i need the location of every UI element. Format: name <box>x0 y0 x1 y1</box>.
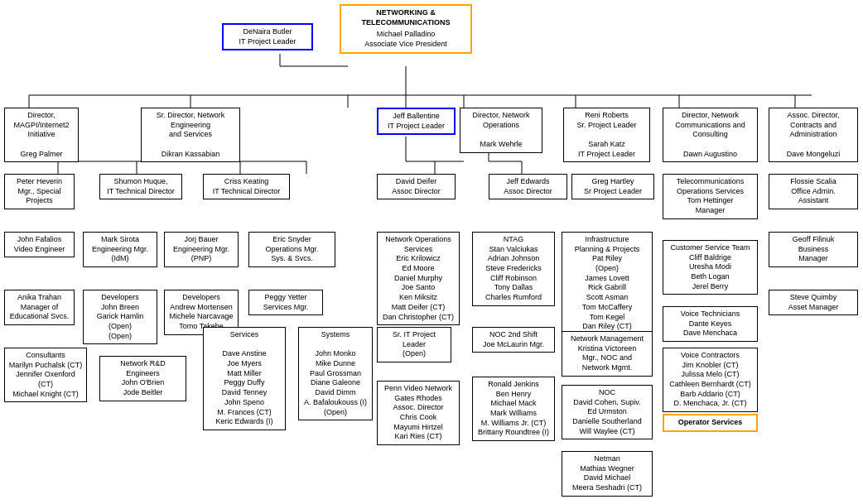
geoff-filinuk-box: Geoff Filinuk Business Manager <box>769 232 858 267</box>
denaira-box: DeNaira Butler IT Project Leader <box>222 23 313 50</box>
anika-trahan-box: Anika Trahan Manager of Educational Svcs… <box>4 290 75 325</box>
jeff-ballentine-box: Jeff Ballentine IT Project Leader <box>377 108 456 135</box>
peggy-yetter-box: Peggy Yetter Services Mgr. <box>248 290 323 315</box>
jorj-bauer-box: Jorj Bauer Engineering Mgr. (PNP) <box>164 232 239 267</box>
services-box: Services Dave Anstine Joe Myers Matt Mil… <box>203 327 286 430</box>
network-ops-services-box: Network Operations Services Eric Krilowi… <box>377 232 460 325</box>
jeff-edwards-box: Jeff Edwards Assoc Director <box>489 174 567 199</box>
network-management-box: Network Management Kristina Victoreen Mg… <box>562 331 653 377</box>
shumon-huque-box: Shumon Huque, IT Technical Director <box>99 174 182 199</box>
customer-service-team-box: Customer Service Team Cliff Baldrige Ure… <box>663 240 758 295</box>
penn-video-box: Penn Video Network Gates Rhodes Assoc. D… <box>377 381 460 445</box>
reni-roberts-box: Reni Roberts Sr. Project Leader Sarah Ka… <box>563 108 650 162</box>
telecomm-ops-box: Telecommunications Operations Services T… <box>663 174 758 219</box>
john-fafalios-box: John Fafalios Video Engineer <box>4 232 75 257</box>
netman-box: Netman Mathias Wegner David Michael Meer… <box>562 451 653 497</box>
ntag-box: NTAG Stan Valciukas Adrian Johnson Steve… <box>472 232 555 306</box>
sr-it-project-leader-box: Sr. IT Project Leader (Open) <box>377 327 451 362</box>
root-box: NETWORKING & TELECOMMUNICATIONS Michael … <box>340 4 472 54</box>
infrastructure-box: Infrastructure Planning & Projects Pat R… <box>562 232 653 335</box>
noc-2nd-shift-box: NOC 2nd Shift Joe McLaurin Mgr. <box>472 327 555 353</box>
steve-quimby-box: Steve Quimby Asset Manager <box>769 290 858 315</box>
consultants-box: Consultants Marilyn Puchalsk (CT) Jennif… <box>4 348 87 402</box>
director-magpi-box: Director, MAGPI/Internet2 Initiative Gre… <box>4 108 79 162</box>
ronald-jenkins-box: Ronald Jenkins Ben Henry Michael Mack Ma… <box>472 377 555 441</box>
director-network-comm-box: Director, Network Communications and Con… <box>663 108 758 162</box>
operator-services-box: Operator Services <box>663 414 758 432</box>
mark-sirota-box: Mark Sirota Engineering Mgr. (IdM) <box>83 232 157 267</box>
voice-technicians-box: Voice Technicians Dante Keyes Dave Mench… <box>663 306 758 342</box>
sr-director-network-box: Sr. Director, Network Engineering and Se… <box>141 108 240 162</box>
org-chart: NETWORKING & TELECOMMUNICATIONS Michael … <box>0 0 863 17</box>
noc-box: NOC David Cohen, Supiv. Ed Urmston Danie… <box>562 385 653 439</box>
greg-hartley-box: Greg Hartley Sr Project Leader <box>571 174 654 199</box>
peter-heverin-box: Peter Heverin Mgr., Special Projects <box>4 174 75 209</box>
systems-box: Systems John Monko Mike Dunne Paul Gross… <box>298 327 373 420</box>
developers-breen-box: Developers John Breen Garick Hamlin (Ope… <box>83 290 157 344</box>
david-deifer-box: David Deifer Assoc Director <box>377 174 456 199</box>
voice-contractors-box: Voice Contractors Jim Knobler (CT) Julis… <box>663 348 758 412</box>
assoc-director-contracts-box: Assoc. Director, Contracts and Administr… <box>769 108 858 162</box>
network-rd-box: Network R&D Engineers John O'Brien Jode … <box>99 356 186 401</box>
eric-snyder-box: Eric Snyder Operations Mgr. Sys. & Svcs. <box>248 232 335 267</box>
flossie-scalia-box: Flossie Scalia Office Admin. Assistant <box>769 174 858 209</box>
criss-keating-box: Criss Keating IT Technical Director <box>203 174 290 199</box>
director-network-ops-box: Director, Network Operations Mark Wehrle <box>460 108 542 153</box>
